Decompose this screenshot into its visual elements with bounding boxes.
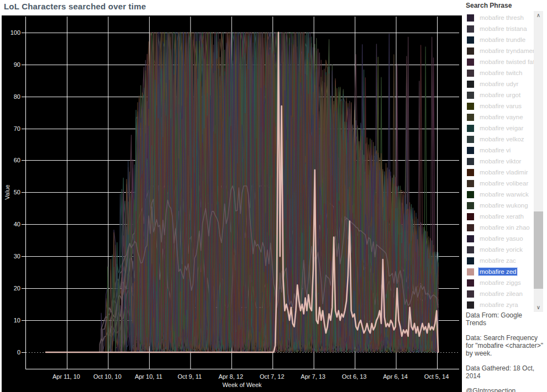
x-tick-label: Apr 6, 14 xyxy=(383,373,408,380)
x-tick-label: Apr 8, 12 xyxy=(218,373,243,380)
legend-item-label: mobafire vladimir xyxy=(478,168,529,176)
legend-item-label: mobafire varus xyxy=(478,102,523,110)
legend-item-mobafire-yasuo[interactable]: mobafire yasuo xyxy=(466,233,533,244)
legend-swatch xyxy=(467,224,474,231)
y-tick-mark xyxy=(22,33,25,33)
legend-item-mobafire-ziggs[interactable]: mobafire ziggs xyxy=(466,277,533,288)
x-tick-label: Apr 11, 10 xyxy=(52,373,80,380)
scrollbar-thumb[interactable] xyxy=(534,211,543,289)
legend-item-mobafire-trundle[interactable]: mobafire trundle xyxy=(466,34,533,45)
legend-item-mobafire-volibear[interactable]: mobafire volibear xyxy=(466,178,533,189)
legend-item-mobafire-thresh[interactable]: mobafire thresh xyxy=(466,12,533,23)
legend-item-label: mobafire vi xyxy=(478,146,512,154)
legend-item-mobafire-tristana[interactable]: mobafire tristana xyxy=(466,23,533,34)
legend-item-mobafire-veigar[interactable]: mobafire veigar xyxy=(466,123,533,134)
legend-item-mobafire-warwick[interactable]: mobafire warwick xyxy=(466,189,533,200)
legend-item-mobafire-zilean[interactable]: mobafire zilean xyxy=(466,288,533,299)
legend-item-mobafire-xin-zhao[interactable]: mobafire xin zhao xyxy=(466,222,533,233)
legend-item-mobafire-varus[interactable]: mobafire varus xyxy=(466,100,533,112)
y-tick-mark xyxy=(22,192,25,193)
y-tick-mark xyxy=(22,129,25,129)
legend-swatch xyxy=(467,81,474,88)
y-tick-label: 50 xyxy=(4,189,20,195)
page-title: LoL Characters searched over time xyxy=(4,2,146,11)
legend-item-mobafire-vayne[interactable]: mobafire vayne xyxy=(466,112,533,123)
tableau-dashboard: LoL Characters searched over time Value … xyxy=(0,0,547,392)
legend-item-mobafire-tryndamere[interactable]: mobafire tryndamere xyxy=(466,45,533,56)
legend-item-label: mobafire yorick xyxy=(478,246,524,253)
legend-item-mobafire-xerath[interactable]: mobafire xerath xyxy=(466,211,533,222)
x-tick-label: Oct 5, 14 xyxy=(424,373,449,380)
legend-swatch xyxy=(467,114,474,121)
legend-item-mobafire-yorick[interactable]: mobafire yorick xyxy=(466,244,533,255)
x-tick-label: Oct 6, 13 xyxy=(342,373,367,380)
scroll-up-icon[interactable]: ∧ xyxy=(534,11,543,20)
legend-item-label: mobafire vayne xyxy=(478,113,524,121)
legend-swatch xyxy=(467,147,474,154)
legend-item-label: mobafire zyra xyxy=(478,301,519,309)
legend-item-label: mobafire twitch xyxy=(478,69,523,77)
legend-item-mobafire-twitch[interactable]: mobafire twitch xyxy=(466,67,533,78)
x-tick-label: Apr 7, 13 xyxy=(301,373,325,380)
scroll-down-icon[interactable]: ∨ xyxy=(534,303,543,312)
y-tick-mark xyxy=(22,288,25,289)
legend-scrollbar[interactable]: ∧ ∨ xyxy=(534,11,543,312)
legend-swatch xyxy=(467,235,474,242)
data-source-note: Data From: Google Trends xyxy=(466,311,543,327)
data-description-note: Data: Search Frequency for "mobafire <ch… xyxy=(466,334,543,357)
legend-item-label: mobafire veigar xyxy=(478,124,524,132)
data-gathered-note: Data Gathered: 18 Oct, 2014 xyxy=(466,364,543,380)
y-tick-label: 20 xyxy=(4,285,20,292)
y-tick-label: 100 xyxy=(4,29,20,36)
legend-swatch xyxy=(467,257,474,264)
y-tick-mark xyxy=(22,160,25,161)
legend-item-label: mobafire tristana xyxy=(478,25,528,33)
legend-item-label: mobafire viktor xyxy=(478,157,522,165)
y-tick-label: 90 xyxy=(4,61,20,68)
legend-swatch xyxy=(467,14,474,22)
y-tick-mark xyxy=(22,97,25,97)
legend-swatch xyxy=(467,290,474,298)
legend-item-mobafire-viktor[interactable]: mobafire viktor xyxy=(466,156,533,167)
legend-item-mobafire-udyr[interactable]: mobafire udyr xyxy=(466,78,533,89)
chart-panel: Value 0102030405060708090100 Apr 11, 10O… xyxy=(2,15,462,392)
legend-item-label: mobafire xin zhao xyxy=(478,224,531,231)
legend-item-label: mobafire wukong xyxy=(478,202,529,209)
legend-swatch xyxy=(467,279,474,287)
legend-item-label: mobafire tryndamere xyxy=(478,47,539,55)
data-notes: Data From: Google Trends Data: Search Fr… xyxy=(466,311,543,392)
legend-swatch xyxy=(467,103,474,110)
legend-swatch xyxy=(467,36,474,44)
y-tick-mark xyxy=(22,65,25,65)
y-tick-label: 60 xyxy=(4,157,20,163)
legend-item-mobafire-wukong[interactable]: mobafire wukong xyxy=(466,200,533,211)
legend-item-label: mobafire zac xyxy=(478,257,517,264)
legend-item-mobafire-zyra[interactable]: mobafire zyra xyxy=(466,299,533,310)
y-tick-label: 30 xyxy=(4,253,20,259)
legend-item-mobafire-vladimir[interactable]: mobafire vladimir xyxy=(466,167,533,178)
legend-swatch xyxy=(467,136,474,143)
x-tick-label: Oct 10, 10 xyxy=(93,373,122,380)
x-tick-label: Apr 10, 11 xyxy=(135,373,162,380)
legend-item-mobafire-velkoz[interactable]: mobafire velkoz xyxy=(466,134,533,145)
legend-swatch xyxy=(467,59,474,66)
y-tick-label: 10 xyxy=(4,317,20,324)
chart-canvas[interactable] xyxy=(25,17,459,369)
author-handle: @GIntrospection xyxy=(466,387,543,392)
legend-item-label: mobafire zed xyxy=(478,268,517,276)
legend-swatch xyxy=(467,202,474,209)
legend-item-label: mobafire volibear xyxy=(478,179,529,187)
legend-swatch xyxy=(467,25,474,33)
legend-item-mobafire-twisted-fate[interactable]: mobafire twisted fate xyxy=(466,56,533,67)
legend-swatch xyxy=(467,47,474,55)
legend-item-mobafire-vi[interactable]: mobafire vi xyxy=(466,145,533,156)
y-tick-label: 40 xyxy=(4,221,20,227)
legend-item-mobafire-urgot[interactable]: mobafire urgot xyxy=(466,89,533,100)
legend-item-mobafire-zed[interactable]: mobafire zed xyxy=(466,266,533,277)
y-tick-label: 70 xyxy=(4,125,20,132)
legend-item-label: mobafire zilean xyxy=(478,290,524,298)
legend-item-label: mobafire ziggs xyxy=(478,279,522,287)
legend-swatch xyxy=(467,301,474,309)
legend-item-mobafire-zac[interactable]: mobafire zac xyxy=(466,255,533,266)
y-tick-mark xyxy=(22,224,25,225)
